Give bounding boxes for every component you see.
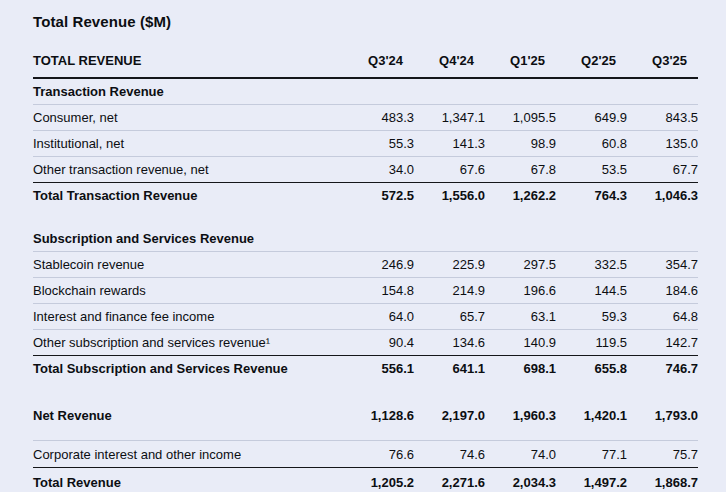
- table-row: Total Transaction Revenue572.51,556.01,2…: [33, 183, 698, 209]
- cell-value: [485, 226, 556, 252]
- cell-value: 483.3: [343, 105, 414, 131]
- row-label: Net Revenue: [33, 403, 343, 428]
- table-row: Interest and finance fee income64.065.76…: [33, 304, 698, 330]
- cell-value: 655.8: [556, 356, 627, 382]
- row-label: Subscription and Services Revenue: [33, 226, 343, 252]
- cell-value: 1,128.6: [343, 403, 414, 428]
- table-row: Net Revenue1,128.62,197.01,960.31,420.11…: [33, 403, 698, 428]
- row-label: Total Subscription and Services Revenue: [33, 356, 343, 382]
- cell-value: 332.5: [556, 252, 627, 278]
- cell-value: 67.7: [627, 157, 698, 183]
- row-label: Consumer, net: [33, 105, 343, 131]
- cell-value: 140.9: [485, 330, 556, 356]
- cell-value: 154.8: [343, 278, 414, 304]
- cell-value: [414, 78, 485, 105]
- cell-value: 1,556.0: [414, 183, 485, 209]
- table-row: Stablecoin revenue246.9225.9297.5332.535…: [33, 252, 698, 278]
- table-row: Blockchain rewards154.8214.9196.6144.518…: [33, 278, 698, 304]
- cell-value: 1,046.3: [627, 183, 698, 209]
- cell-value: 1,262.2: [485, 183, 556, 209]
- cell-value: 60.8: [556, 131, 627, 157]
- cell-value: 55.3: [343, 131, 414, 157]
- cell-value: 641.1: [414, 356, 485, 382]
- cell-value: 297.5: [485, 252, 556, 278]
- revenue-table: TOTAL REVENUE Q3'24 Q4'24 Q1'25 Q2'25 Q3…: [33, 43, 698, 492]
- header-col-q3-25: Q3'25: [627, 43, 698, 78]
- table-row: Total Revenue1,205.22,271.62,034.31,497.…: [33, 468, 698, 492]
- cell-value: [556, 226, 627, 252]
- cell-value: 1,868.7: [627, 468, 698, 492]
- cell-value: 1,497.2: [556, 468, 627, 492]
- cell-value: 764.3: [556, 183, 627, 209]
- row-label: Interest and finance fee income: [33, 304, 343, 330]
- header-col-q2-25: Q2'25: [556, 43, 627, 78]
- cell-value: 1,960.3: [485, 403, 556, 428]
- row-label: Other transaction revenue, net: [33, 157, 343, 183]
- cell-value: 64.0: [343, 304, 414, 330]
- cell-value: 1,420.1: [556, 403, 627, 428]
- row-label: Total Revenue: [33, 468, 343, 492]
- page-title: Total Revenue ($M): [33, 13, 726, 30]
- cell-value: 64.8: [627, 304, 698, 330]
- cell-value: [414, 226, 485, 252]
- cell-value: 142.7: [627, 330, 698, 356]
- cell-value: 90.4: [343, 330, 414, 356]
- spacer-row: [33, 428, 698, 441]
- report-page: Total Revenue ($M) TOTAL REVENUE Q3'24 Q…: [0, 0, 726, 492]
- cell-value: 77.1: [556, 441, 627, 468]
- cell-value: 214.9: [414, 278, 485, 304]
- row-label: Corporate interest and other income: [33, 441, 343, 468]
- cell-value: 75.7: [627, 441, 698, 468]
- cell-value: [627, 226, 698, 252]
- cell-value: 65.7: [414, 304, 485, 330]
- cell-value: 843.5: [627, 105, 698, 131]
- cell-value: 649.9: [556, 105, 627, 131]
- cell-value: 246.9: [343, 252, 414, 278]
- header-row: TOTAL REVENUE Q3'24 Q4'24 Q1'25 Q2'25 Q3…: [33, 43, 698, 78]
- spacer-cell: [33, 208, 698, 226]
- cell-value: 184.6: [627, 278, 698, 304]
- table-row: Consumer, net483.31,347.11,095.5649.9843…: [33, 105, 698, 131]
- table-row: Other subscription and services revenue¹…: [33, 330, 698, 356]
- cell-value: 141.3: [414, 131, 485, 157]
- header-label: TOTAL REVENUE: [33, 43, 343, 78]
- cell-value: 2,034.3: [485, 468, 556, 492]
- row-label: Institutional, net: [33, 131, 343, 157]
- header-col-q3-24: Q3'24: [343, 43, 414, 78]
- cell-value: 2,197.0: [414, 403, 485, 428]
- table-row: Institutional, net55.3141.398.960.8135.0: [33, 131, 698, 157]
- cell-value: 74.6: [414, 441, 485, 468]
- cell-value: 67.6: [414, 157, 485, 183]
- cell-value: [343, 226, 414, 252]
- spacer-row: [33, 381, 698, 403]
- cell-value: [343, 78, 414, 105]
- spacer-row: [33, 208, 698, 226]
- cell-value: 76.6: [343, 441, 414, 468]
- header-col-q4-24: Q4'24: [414, 43, 485, 78]
- row-label: Other subscription and services revenue¹: [33, 330, 343, 356]
- cell-value: 144.5: [556, 278, 627, 304]
- cell-value: 354.7: [627, 252, 698, 278]
- cell-value: [556, 78, 627, 105]
- cell-value: 2,271.6: [414, 468, 485, 492]
- table-row: Subscription and Services Revenue: [33, 226, 698, 252]
- cell-value: 98.9: [485, 131, 556, 157]
- cell-value: 135.0: [627, 131, 698, 157]
- cell-value: [627, 78, 698, 105]
- header-col-q1-25: Q1'25: [485, 43, 556, 78]
- spacer-cell: [33, 381, 698, 403]
- table-row: Transaction Revenue: [33, 78, 698, 105]
- table-row: Other transaction revenue, net34.067.667…: [33, 157, 698, 183]
- cell-value: 1,205.2: [343, 468, 414, 492]
- cell-value: 67.8: [485, 157, 556, 183]
- cell-value: 556.1: [343, 356, 414, 382]
- cell-value: 698.1: [485, 356, 556, 382]
- table-row: Corporate interest and other income76.67…: [33, 441, 698, 468]
- row-label: Total Transaction Revenue: [33, 183, 343, 209]
- row-label: Blockchain rewards: [33, 278, 343, 304]
- row-label: Stablecoin revenue: [33, 252, 343, 278]
- cell-value: 572.5: [343, 183, 414, 209]
- cell-value: 59.3: [556, 304, 627, 330]
- cell-value: [485, 78, 556, 105]
- cell-value: 34.0: [343, 157, 414, 183]
